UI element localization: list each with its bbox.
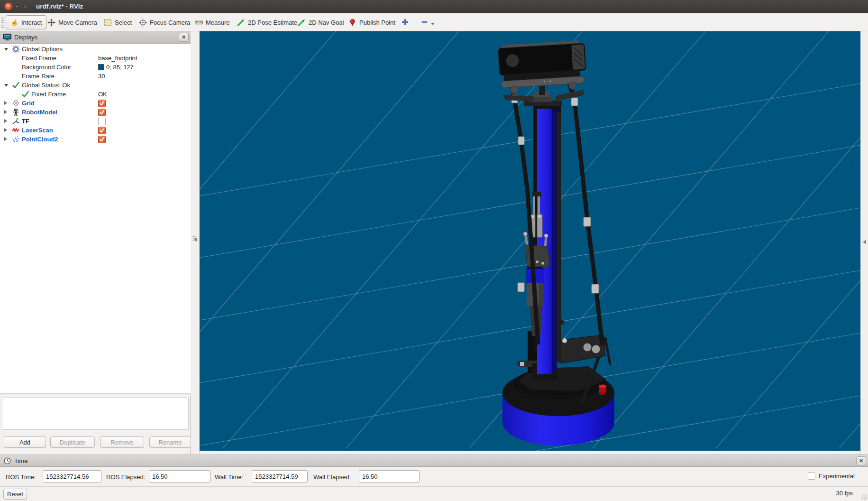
tool-label: 2D Pose Estimate [248,19,297,26]
remove-tool-button[interactable] [418,17,430,28]
value-text[interactable]: 30 [98,73,105,80]
window-title: urdf.rviz* - RViz [36,3,83,10]
rename-button[interactable]: Rename [149,436,191,448]
clock-icon [4,457,11,464]
right-splitter[interactable] [860,31,868,455]
expand-arrow-icon[interactable] [4,119,7,123]
tool-publish-point[interactable]: Publish Point [348,14,395,31]
experimental-checkbox[interactable] [808,472,815,480]
tool-interact[interactable]: ☝Interact [6,15,46,29]
color-swatch[interactable] [98,64,104,70]
displays-monitor-icon [3,34,11,41]
reset-button[interactable]: Reset [3,489,27,500]
gear-icon [12,45,20,53]
value-text[interactable]: 0; 85; 127 [106,64,134,71]
window-minimize-button[interactable]: – [13,2,21,10]
titlebar: ✕ – □ urdf.rviz* - RViz [0,0,868,13]
green-arrow-icon [237,19,245,27]
displays-tree: Global OptionsFixed Framebase_footprintB… [0,44,191,393]
tree-row-global-options[interactable]: Global Options [0,45,191,54]
left-splitter[interactable] [191,31,200,455]
tree-row-frame-rate[interactable]: Frame Rate30 [0,72,191,81]
minus-icon [421,19,428,27]
tool-label: Interact [21,19,42,26]
tool-measure[interactable]: Measure [195,14,230,31]
expand-arrow-icon[interactable] [4,101,7,105]
time-panel-header[interactable]: Time ✕ [0,455,868,467]
tree-row-value[interactable]: 0; 85; 127 [98,64,134,71]
check-icon [12,81,20,89]
wall-elapsed-input[interactable] [359,470,420,482]
tool-label: Move Camera [58,19,97,26]
tool-2d-pose-estimate[interactable]: 2D Pose Estimate [237,14,297,31]
tree-row-label: LaserScan [22,127,53,134]
dropdown-caret-icon[interactable] [431,23,435,25]
expand-arrow-icon[interactable] [4,110,7,114]
tree-row-laserscan[interactable]: LaserScan [0,126,191,135]
tree-row-fixed-frame[interactable]: Fixed Framebase_footprint [0,54,191,63]
tree-row-value[interactable]: 30 [98,73,105,80]
displays-panel-title: Displays [14,34,37,41]
visibility-checkbox[interactable] [98,100,106,107]
tree-row-label: Background Color [22,64,71,71]
tree-row-grid[interactable]: Grid [0,99,191,108]
collapse-arrow-icon[interactable] [4,48,8,51]
fps-label: 30 fps [836,490,853,497]
tree-row-value[interactable]: OK [98,91,107,98]
time-field-label: ROS Time: [6,473,36,481]
displays-panel-header[interactable]: Displays ✕ [0,31,191,44]
visibility-checkbox[interactable] [98,127,106,134]
grid-icon [12,99,20,107]
tree-row-robotmodel[interactable]: RobotModel [0,108,191,117]
duplicate-button[interactable]: Duplicate [50,436,95,448]
window-close-button[interactable]: ✕ [4,2,12,10]
tree-row-background-color[interactable]: Background Color0; 85; 127 [0,63,191,72]
visibility-checkbox[interactable] [98,136,106,143]
ros-elapsed-input[interactable] [149,470,210,482]
tool-label: Publish Point [359,19,395,26]
3d-viewport[interactable] [200,31,860,451]
window-maximize-button[interactable]: □ [21,2,29,10]
expand-arrow-icon[interactable] [4,128,7,132]
collapse-left-icon[interactable] [194,237,197,242]
visibility-checkbox[interactable] [98,118,106,125]
tree-row-pointcloud2[interactable]: PointCloud2 [0,135,191,144]
time-field-label: ROS Elapsed: [106,473,145,481]
toolbar-drag-handle[interactable] [1,18,4,28]
wall-time-input[interactable] [252,470,308,482]
tree-row-fixed-frame[interactable]: Fixed FrameOK [0,90,191,99]
tree-row-label: Grid [22,100,35,107]
plus-icon [401,18,409,28]
tree-row-label: Fixed Frame [31,91,66,98]
display-description-box [2,398,189,430]
add-button[interactable]: Add [4,436,46,448]
tree-row-value [98,118,106,125]
expand-arrow-icon[interactable] [4,137,7,141]
value-text[interactable]: base_footprint [98,55,137,62]
tree-row-global-status-ok[interactable]: Global Status: Ok [0,81,191,90]
tool-select[interactable]: Select [104,14,132,31]
collapse-right-icon[interactable] [863,240,866,244]
collapse-arrow-icon[interactable] [4,84,8,87]
value-text[interactable]: OK [98,91,107,98]
tool-2d-nav-goal[interactable]: 2D Nav Goal [298,14,344,31]
ros-time-input[interactable] [43,470,101,482]
visibility-checkbox[interactable] [98,109,106,116]
tree-row-label: Global Status: Ok [22,82,70,89]
toolbar: ☝InteractMove CameraSelectFocus CameraMe… [0,14,868,31]
time-close-button[interactable]: ✕ [856,456,866,465]
remove-button[interactable]: Remove [100,436,144,448]
displays-close-button[interactable]: ✕ [179,33,189,42]
tool-focus-camera[interactable]: Focus Camera [139,14,190,31]
tree-row-value[interactable]: base_footprint [98,55,137,62]
select-box-icon [104,19,112,27]
add-tool-button[interactable] [399,17,411,28]
time-field-label: Wall Elapsed: [313,473,351,481]
interact-hand-icon: ☝ [10,19,18,27]
tree-row-label: Fixed Frame [22,55,56,62]
tree-row-tf[interactable]: TF [0,117,191,126]
tool-move-camera[interactable]: Move Camera [47,14,97,31]
window-resize-grip[interactable] [861,494,867,500]
publish-pin-icon [348,19,356,27]
tree-row-value [98,127,106,134]
